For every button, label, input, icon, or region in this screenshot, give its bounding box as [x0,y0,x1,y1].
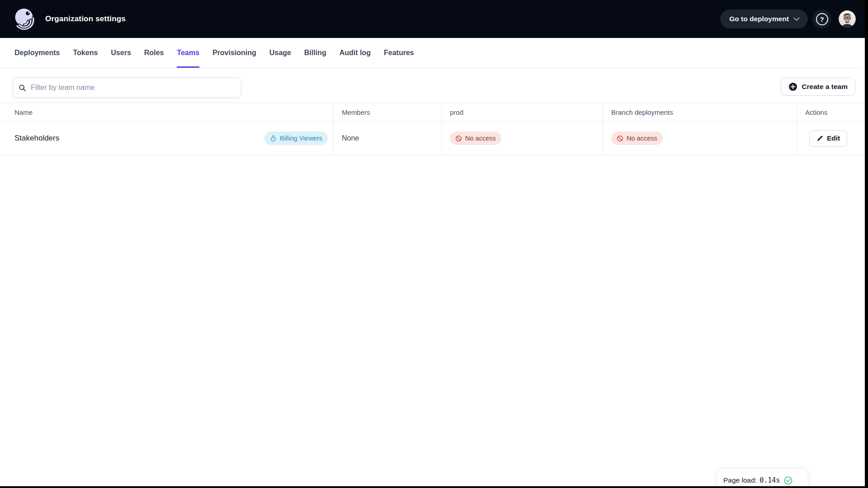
search-icon [19,84,26,92]
go-to-deployment-label: Go to deployment [729,15,789,23]
column-header-members: Members [334,103,442,121]
tab-users[interactable]: Users [111,38,131,68]
no-entry-icon [617,135,623,142]
pencil-icon [816,135,823,142]
tab-features[interactable]: Features [384,38,414,68]
cell-prod-access: No access [442,122,603,155]
app-window: Organization settings Go to deployment ? [0,0,865,486]
branch-no-access-label: No access [627,135,657,142]
cell-members: None [334,122,442,155]
tab-provisioning[interactable]: Provisioning [212,38,256,68]
help-circle-icon: ? [816,13,828,25]
tab-audit-log[interactable]: Audit log [340,38,371,68]
column-header-name: Name [0,103,334,121]
role-badge: Billing Viewers [264,131,328,145]
plus-circle-icon [788,82,797,91]
table-header-row: Name Members prod Branch deployments Act… [0,103,865,122]
user-avatar[interactable] [839,10,856,28]
tab-deployments[interactable]: Deployments [14,38,60,68]
tab-teams[interactable]: Teams [177,38,199,68]
go-to-deployment-button[interactable]: Go to deployment [720,9,808,28]
create-team-label: Create a team [802,83,848,91]
prod-no-access-badge: No access [450,131,501,145]
page-title: Organization settings [45,14,126,23]
cell-actions: Edit [797,122,865,155]
page-load-label: Page load: [723,476,757,484]
tab-billing[interactable]: Billing [304,38,326,68]
top-header: Organization settings Go to deployment ? [0,0,865,38]
cell-team-name: Stakeholders Billing Viewers [0,122,334,155]
team-name: Stakeholders [14,134,59,143]
tab-roles[interactable]: Roles [144,38,164,68]
table-row: Stakeholders Billing Viewers None [0,122,865,155]
branch-no-access-badge: No access [611,131,663,145]
tab-usage[interactable]: Usage [269,38,291,68]
help-button[interactable]: ? [812,9,831,28]
octopus-logo-icon [14,8,34,30]
role-badge-label: Billing Viewers [280,135,322,142]
chevron-down-icon [793,17,800,21]
cell-branch-access: No access [603,122,797,155]
page-load-value: 0.14s [760,476,780,484]
teams-table: Name Members prod Branch deployments Act… [0,103,865,155]
page-load-toast: Page load: 0.14s [717,468,808,486]
create-team-button[interactable]: Create a team [781,78,855,96]
edit-button-label: Edit [827,134,840,142]
team-filter-input[interactable] [31,78,236,98]
stopwatch-icon [270,135,277,142]
settings-nav: Deployments Tokens Users Roles Teams Pro… [0,38,865,68]
edit-team-button[interactable]: Edit [809,130,847,147]
prod-no-access-label: No access [465,135,496,142]
column-header-actions: Actions [797,103,865,121]
header-actions: Go to deployment ? [720,9,856,28]
column-header-branch-deployments: Branch deployments [603,103,797,121]
no-entry-icon [455,135,462,142]
teams-toolbar: Create a team [0,77,865,98]
column-header-prod: prod [442,103,603,121]
tab-tokens[interactable]: Tokens [73,38,98,68]
team-filter-box [13,77,241,98]
check-circle-icon [784,476,793,485]
